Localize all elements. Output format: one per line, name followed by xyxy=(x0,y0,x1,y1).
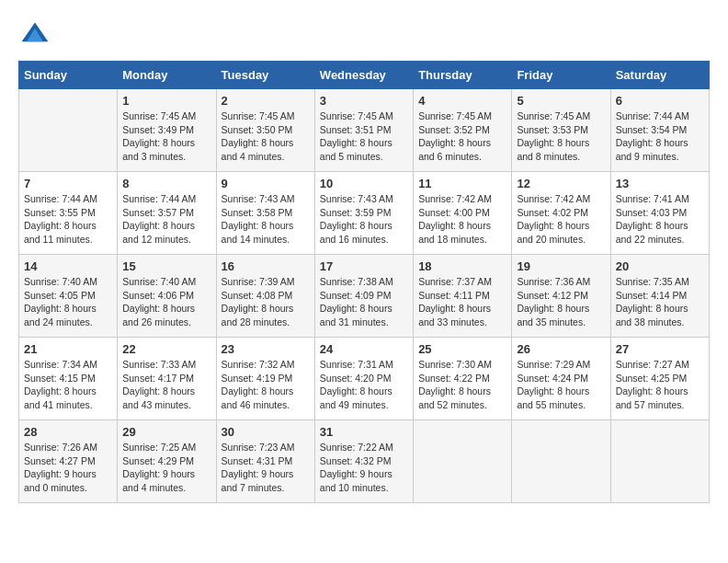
logo xyxy=(18,18,55,52)
cell-content: Sunrise: 7:45 AM Sunset: 3:51 PM Dayligh… xyxy=(320,109,408,164)
cell-content: Sunrise: 7:30 AM Sunset: 4:22 PM Dayligh… xyxy=(418,358,506,412)
calendar-cell: 18Sunrise: 7:37 AM Sunset: 4:11 PM Dayli… xyxy=(414,255,512,338)
calendar-cell xyxy=(610,420,709,503)
cell-content: Sunrise: 7:44 AM Sunset: 3:55 PM Dayligh… xyxy=(24,192,112,247)
calendar-cell: 25Sunrise: 7:30 AM Sunset: 4:22 PM Dayli… xyxy=(414,338,512,420)
calendar-cell: 23Sunrise: 7:32 AM Sunset: 4:19 PM Dayli… xyxy=(216,338,314,420)
day-number: 22 xyxy=(122,342,210,356)
day-number: 7 xyxy=(24,177,112,190)
day-number: 3 xyxy=(320,94,408,108)
cell-content: Sunrise: 7:44 AM Sunset: 3:57 PM Dayligh… xyxy=(122,192,210,247)
day-number: 29 xyxy=(122,425,210,439)
calendar-cell: 16Sunrise: 7:39 AM Sunset: 4:08 PM Dayli… xyxy=(216,255,314,338)
column-header-tuesday: Tuesday xyxy=(216,62,314,89)
cell-content: Sunrise: 7:23 AM Sunset: 4:31 PM Dayligh… xyxy=(222,441,310,495)
calendar-cell: 2Sunrise: 7:45 AM Sunset: 3:50 PM Daylig… xyxy=(216,89,314,172)
column-header-saturday: Saturday xyxy=(610,62,709,89)
day-number: 25 xyxy=(418,342,506,356)
day-number: 26 xyxy=(517,342,605,356)
calendar-cell: 17Sunrise: 7:38 AM Sunset: 4:09 PM Dayli… xyxy=(314,255,413,338)
calendar-week-row: 1Sunrise: 7:45 AM Sunset: 3:49 PM Daylig… xyxy=(19,89,710,172)
cell-content: Sunrise: 7:42 AM Sunset: 4:02 PM Dayligh… xyxy=(517,192,605,247)
day-number: 5 xyxy=(517,94,605,108)
day-number: 4 xyxy=(418,94,506,108)
day-number: 27 xyxy=(616,342,704,356)
cell-content: Sunrise: 7:45 AM Sunset: 3:53 PM Dayligh… xyxy=(517,109,605,164)
cell-content: Sunrise: 7:45 AM Sunset: 3:52 PM Dayligh… xyxy=(418,109,506,164)
column-header-thursday: Thursday xyxy=(414,62,512,89)
day-number: 24 xyxy=(320,342,408,356)
cell-content: Sunrise: 7:33 AM Sunset: 4:17 PM Dayligh… xyxy=(122,358,210,412)
cell-content: Sunrise: 7:38 AM Sunset: 4:09 PM Dayligh… xyxy=(320,275,408,329)
day-number: 10 xyxy=(320,177,408,190)
calendar-header-row: SundayMondayTuesdayWednesdayThursdayFrid… xyxy=(19,62,710,89)
day-number: 21 xyxy=(24,342,112,356)
calendar-cell: 30Sunrise: 7:23 AM Sunset: 4:31 PM Dayli… xyxy=(216,420,314,503)
calendar-cell: 15Sunrise: 7:40 AM Sunset: 4:06 PM Dayli… xyxy=(118,255,216,338)
column-header-sunday: Sunday xyxy=(19,62,118,89)
cell-content: Sunrise: 7:39 AM Sunset: 4:08 PM Dayligh… xyxy=(222,275,310,329)
day-number: 16 xyxy=(222,259,310,273)
calendar-cell xyxy=(512,420,610,503)
calendar-cell: 14Sunrise: 7:40 AM Sunset: 4:05 PM Dayli… xyxy=(19,255,118,338)
day-number: 19 xyxy=(517,259,605,273)
cell-content: Sunrise: 7:44 AM Sunset: 3:54 PM Dayligh… xyxy=(616,109,704,164)
calendar-cell: 20Sunrise: 7:35 AM Sunset: 4:14 PM Dayli… xyxy=(610,255,709,338)
cell-content: Sunrise: 7:34 AM Sunset: 4:15 PM Dayligh… xyxy=(24,358,112,412)
calendar-cell: 31Sunrise: 7:22 AM Sunset: 4:32 PM Dayli… xyxy=(314,420,413,503)
calendar-cell: 9Sunrise: 7:43 AM Sunset: 3:58 PM Daylig… xyxy=(216,172,314,255)
calendar-cell xyxy=(19,89,118,172)
cell-content: Sunrise: 7:40 AM Sunset: 4:06 PM Dayligh… xyxy=(122,275,210,329)
calendar-cell: 26Sunrise: 7:29 AM Sunset: 4:24 PM Dayli… xyxy=(512,338,610,420)
day-number: 9 xyxy=(222,177,310,190)
day-number: 6 xyxy=(616,94,704,108)
day-number: 28 xyxy=(24,425,112,439)
calendar-cell: 27Sunrise: 7:27 AM Sunset: 4:25 PM Dayli… xyxy=(610,338,709,420)
calendar-week-row: 21Sunrise: 7:34 AM Sunset: 4:15 PM Dayli… xyxy=(19,338,710,420)
calendar-cell: 1Sunrise: 7:45 AM Sunset: 3:49 PM Daylig… xyxy=(118,89,216,172)
calendar-cell: 6Sunrise: 7:44 AM Sunset: 3:54 PM Daylig… xyxy=(610,89,709,172)
day-number: 17 xyxy=(320,259,408,273)
day-number: 15 xyxy=(122,259,210,273)
cell-content: Sunrise: 7:22 AM Sunset: 4:32 PM Dayligh… xyxy=(320,441,408,495)
calendar-cell: 22Sunrise: 7:33 AM Sunset: 4:17 PM Dayli… xyxy=(118,338,216,420)
calendar-cell: 4Sunrise: 7:45 AM Sunset: 3:52 PM Daylig… xyxy=(414,89,512,172)
cell-content: Sunrise: 7:35 AM Sunset: 4:14 PM Dayligh… xyxy=(616,275,704,329)
day-number: 13 xyxy=(616,177,704,190)
calendar-cell: 29Sunrise: 7:25 AM Sunset: 4:29 PM Dayli… xyxy=(118,420,216,503)
cell-content: Sunrise: 7:36 AM Sunset: 4:12 PM Dayligh… xyxy=(517,275,605,329)
page-header xyxy=(18,18,710,52)
calendar-week-row: 14Sunrise: 7:40 AM Sunset: 4:05 PM Dayli… xyxy=(19,255,710,338)
calendar-cell: 3Sunrise: 7:45 AM Sunset: 3:51 PM Daylig… xyxy=(314,89,413,172)
day-number: 23 xyxy=(222,342,310,356)
calendar-cell: 12Sunrise: 7:42 AM Sunset: 4:02 PM Dayli… xyxy=(512,172,610,255)
logo-icon xyxy=(18,18,51,52)
calendar-table: SundayMondayTuesdayWednesdayThursdayFrid… xyxy=(18,61,710,503)
day-number: 20 xyxy=(616,259,704,273)
cell-content: Sunrise: 7:45 AM Sunset: 3:50 PM Dayligh… xyxy=(222,109,310,164)
calendar-cell: 11Sunrise: 7:42 AM Sunset: 4:00 PM Dayli… xyxy=(414,172,512,255)
column-header-friday: Friday xyxy=(512,62,610,89)
day-number: 8 xyxy=(122,177,210,190)
cell-content: Sunrise: 7:45 AM Sunset: 3:49 PM Dayligh… xyxy=(122,109,210,164)
cell-content: Sunrise: 7:32 AM Sunset: 4:19 PM Dayligh… xyxy=(222,358,310,412)
cell-content: Sunrise: 7:42 AM Sunset: 4:00 PM Dayligh… xyxy=(418,192,506,247)
calendar-week-row: 7Sunrise: 7:44 AM Sunset: 3:55 PM Daylig… xyxy=(19,172,710,255)
day-number: 1 xyxy=(122,94,210,108)
cell-content: Sunrise: 7:43 AM Sunset: 3:59 PM Dayligh… xyxy=(320,192,408,247)
cell-content: Sunrise: 7:41 AM Sunset: 4:03 PM Dayligh… xyxy=(616,192,704,247)
day-number: 30 xyxy=(222,425,310,439)
day-number: 2 xyxy=(222,94,310,108)
cell-content: Sunrise: 7:37 AM Sunset: 4:11 PM Dayligh… xyxy=(418,275,506,329)
calendar-cell: 19Sunrise: 7:36 AM Sunset: 4:12 PM Dayli… xyxy=(512,255,610,338)
day-number: 12 xyxy=(517,177,605,190)
calendar-cell: 7Sunrise: 7:44 AM Sunset: 3:55 PM Daylig… xyxy=(19,172,118,255)
cell-content: Sunrise: 7:29 AM Sunset: 4:24 PM Dayligh… xyxy=(517,358,605,412)
day-number: 18 xyxy=(418,259,506,273)
day-number: 31 xyxy=(320,425,408,439)
cell-content: Sunrise: 7:26 AM Sunset: 4:27 PM Dayligh… xyxy=(24,441,112,495)
cell-content: Sunrise: 7:27 AM Sunset: 4:25 PM Dayligh… xyxy=(616,358,704,412)
calendar-cell xyxy=(414,420,512,503)
cell-content: Sunrise: 7:43 AM Sunset: 3:58 PM Dayligh… xyxy=(222,192,310,247)
cell-content: Sunrise: 7:25 AM Sunset: 4:29 PM Dayligh… xyxy=(122,441,210,495)
